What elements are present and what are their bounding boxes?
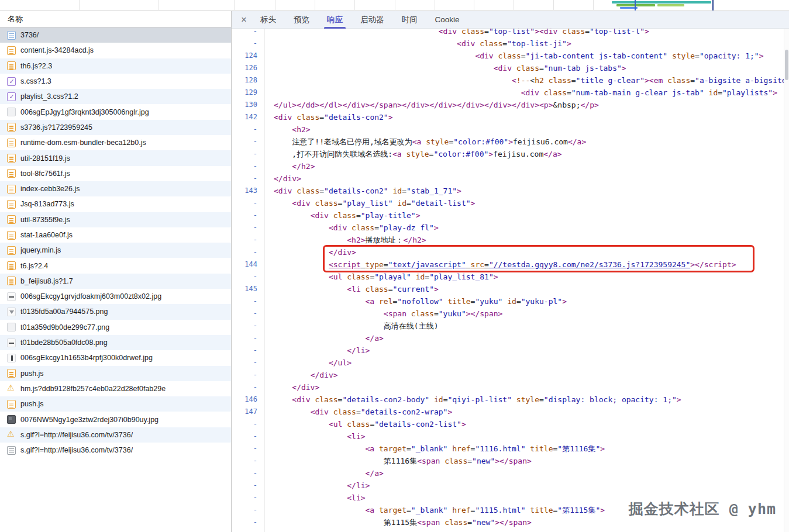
request-row[interactable]: util-87355f9e.js	[0, 212, 231, 227]
tab-preview[interactable]: 预览	[285, 11, 318, 29]
code-line-content: </div>	[264, 172, 789, 185]
code-line-content: <li class="current">	[264, 283, 789, 295]
script-icon	[7, 400, 16, 409]
request-row[interactable]: 006sgEkcgy1h1653b4rpfj300k0drwef.jpg	[0, 350, 231, 365]
code-line-content: </li>	[264, 344, 789, 357]
request-row[interactable]: util-28151f19.js	[0, 150, 231, 165]
request-row[interactable]: 0076NW5Ngy1ge3ztw2rdej307i0b90uy.jpg	[0, 412, 231, 427]
code-line-content: <div class="play_list" id="detail-list">	[264, 197, 789, 209]
code-line: -</div>	[232, 172, 789, 185]
request-row[interactable]: hm.js?ddb9128fb257c4eb0a22d28ef0fab29e	[0, 381, 231, 396]
code-line: - 第1115集<span class="new"></span>	[232, 516, 789, 528]
request-row[interactable]: runtime-dom.esm-bundler-beca12b0.js	[0, 135, 231, 150]
code-line-content: 注意了!!老域名已停用,域名更改为<a style="color:#f00">f…	[264, 136, 789, 148]
request-row[interactable]: t01a359d9b0de299c77.png	[0, 320, 231, 335]
request-label: 006sgEkcgy1grvjdfoakmj603m00zt8x02.jpg	[20, 292, 161, 300]
tab-initiator[interactable]: 启动器	[352, 11, 393, 29]
script-icon	[7, 139, 16, 147]
vertical-scrollbar[interactable]	[784, 29, 789, 532]
timeline-divider	[79, 0, 80, 10]
code-line: - <ul class="playal" id="play_list_81">	[232, 271, 789, 283]
request-row[interactable]: s3736.js?1723959245	[0, 120, 231, 135]
code-line-content: <div class="details-con2">	[264, 111, 789, 123]
request-list[interactable]: 3736/content.js-34284acd.jsth6.js?2.3s.c…	[0, 27, 231, 532]
request-row[interactable]: tool-8fc7561f.js	[0, 166, 231, 181]
code-line: - </div>	[232, 381, 789, 393]
image-bar-icon	[7, 354, 16, 362]
line-number: 124	[232, 50, 264, 62]
script-icon	[7, 154, 16, 163]
requests-column-header[interactable]: 名称	[0, 11, 231, 27]
code-line-content: 高清在线(主线)	[264, 320, 789, 332]
line-number: -	[232, 320, 264, 332]
response-code-viewer[interactable]: - <div class="top-list"><div class="top-…	[232, 29, 789, 532]
request-row[interactable]: content.js-34284acd.js	[0, 43, 231, 58]
line-number: 144	[232, 258, 264, 271]
code-line-content: ,打不开访问防失联域名选线:<a style="color:#f00">feij…	[264, 148, 789, 160]
code-line-content: <!--<h2 class="title g-clear"><em class=…	[264, 74, 789, 87]
line-number: 146	[232, 393, 264, 406]
scrollbar-thumb[interactable]	[785, 50, 788, 80]
file-icon	[7, 446, 16, 455]
tab-cookies[interactable]: Cookie	[426, 11, 468, 29]
request-label: b_feijisu8.js?1.7	[20, 277, 73, 285]
request-row[interactable]: push.js	[0, 366, 231, 381]
script-icon	[7, 169, 16, 178]
code-line-content: 第1116集<span class="new"></span>	[264, 455, 789, 467]
request-row[interactable]: t0135fd5a00a7944575.png	[0, 304, 231, 319]
code-line-content: </a>	[264, 332, 789, 344]
tab-response[interactable]: 响应	[318, 11, 352, 29]
waterfall-bar	[657, 4, 684, 6]
request-label: s.css?1.3	[20, 77, 51, 85]
request-row[interactable]: push.js	[0, 396, 231, 412]
line-number: -	[232, 344, 264, 357]
request-row[interactable]: jquery.min.js	[0, 243, 231, 258]
request-row[interactable]: 006sgEkcgy1grvjdfoakmj603m00zt8x02.jpg	[0, 289, 231, 304]
request-row[interactable]: 3736/	[0, 27, 231, 43]
request-row[interactable]: index-cebb3e26.js	[0, 181, 231, 196]
code-line: - <div class="play-title">	[232, 209, 789, 222]
request-row[interactable]: s.css?1.3	[0, 74, 231, 89]
line-number: -	[232, 37, 264, 50]
request-row[interactable]: Jsq-813ad773.js	[0, 196, 231, 212]
code-line: - 第1116集<span class="new"></span>	[232, 455, 789, 467]
network-overview-strip[interactable]	[0, 0, 789, 11]
code-line-content: </h2>	[264, 160, 789, 172]
line-number: -	[232, 443, 264, 455]
line-number: 147	[232, 406, 264, 418]
timeline-divider	[435, 0, 435, 10]
request-row[interactable]: t01bde28b505a0fdc08.png	[0, 335, 231, 350]
tab-headers[interactable]: 标头	[251, 11, 285, 29]
code-line: - <div class="play-dz fl">	[232, 222, 789, 234]
line-number: 145	[232, 283, 264, 295]
request-row[interactable]: t6.js?2.4	[0, 258, 231, 273]
code-line-content: <div class="details-con2" id="stab_1_71"…	[264, 185, 789, 197]
network-main-split: 名称 3736/content.js-34284acd.jsth6.js?2.3…	[0, 11, 789, 532]
line-number: -	[232, 172, 264, 185]
line-number: -	[232, 528, 264, 532]
script-icon	[7, 200, 16, 209]
code-line: - <h2>播放地址：</h2>	[232, 234, 789, 246]
request-row[interactable]: 006sgEpJgy1gf3rqknt3dj305006nglr.jpg	[0, 104, 231, 119]
code-line: - </a>	[232, 528, 789, 532]
request-label: 0076NW5Ngy1ge3ztw2rdej307i0b90uy.jpg	[20, 416, 159, 424]
request-label: stat-1aa60e0f.js	[20, 231, 73, 239]
waterfall-bar	[612, 1, 711, 4]
code-line-content: <span class="yuku"></span>	[264, 308, 789, 320]
code-line: - <a target="_blank" href="1115.html" ti…	[232, 504, 789, 516]
close-icon[interactable]: ×	[236, 15, 251, 25]
script-icon	[7, 231, 16, 240]
request-label: s.gif?l=http://feijisu36.com/tv/3736/	[20, 446, 133, 454]
request-row[interactable]: stat-1aa60e0f.js	[0, 227, 231, 243]
request-row[interactable]: b_feijisu8.js?1.7	[0, 274, 231, 289]
code-line-content: <div class="num-tab-main g-clear js-tab"…	[264, 87, 789, 99]
request-row[interactable]: s.gif?l=http://feijisu36.com/tv/3736/	[0, 443, 231, 458]
code-line: 147 <div class="details-con2-wrap">	[232, 406, 789, 418]
line-number: 130	[232, 99, 264, 111]
tab-timing[interactable]: 时间	[393, 11, 426, 29]
code-line: - </a>	[232, 332, 789, 344]
request-label: runtime-dom.esm-bundler-beca12b0.js	[20, 139, 146, 147]
request-row[interactable]: th6.js?2.3	[0, 58, 231, 74]
request-row[interactable]: s.gif?l=http://feijisu36.com/tv/3736/	[0, 427, 231, 443]
request-row[interactable]: playlist_3.css?1.2	[0, 89, 231, 104]
